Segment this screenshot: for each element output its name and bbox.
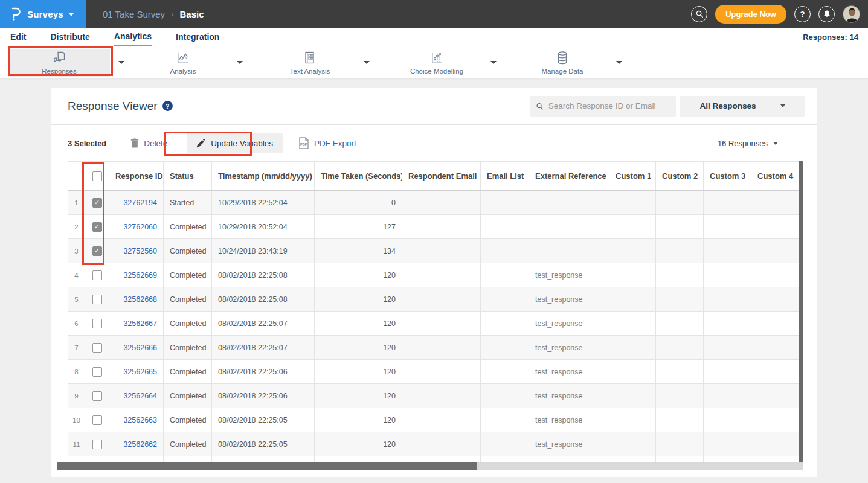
- responses-count-dropdown[interactable]: 16 Responses: [718, 139, 778, 148]
- notifications-bell-icon[interactable]: [818, 6, 835, 22]
- surveys-menu[interactable]: Surveys: [0, 0, 86, 28]
- response-id-link[interactable]: 32762194: [123, 199, 157, 207]
- response-filter-dropdown[interactable]: All Responses: [680, 96, 805, 117]
- row-checkbox[interactable]: [92, 391, 102, 401]
- response-id-cell: 32562665: [109, 360, 164, 384]
- custom-2-cell: [656, 360, 704, 384]
- pdf-export-button[interactable]: PDF PDF Export: [298, 137, 356, 149]
- response-id-link[interactable]: 32562664: [123, 392, 157, 400]
- response-id-link[interactable]: 32562665: [123, 368, 157, 376]
- custom-2-cell: [656, 456, 704, 462]
- horizontal-scrollbar-track[interactable]: [57, 462, 803, 470]
- custom-1-cell: [609, 336, 656, 360]
- row-checkbox[interactable]: [92, 343, 102, 353]
- row-checkbox[interactable]: ✓: [92, 246, 102, 256]
- external-reference-cell: test_response: [529, 336, 609, 360]
- response-id-link[interactable]: 32762060: [123, 223, 157, 231]
- row-number: [68, 456, 85, 462]
- row-checkbox[interactable]: [92, 319, 102, 328]
- toolbar-item-text-analysis[interactable]: Text Analysis: [265, 49, 355, 77]
- timestamp-cell: 08/02/2018 22:25:06: [212, 384, 315, 408]
- response-id-link[interactable]: 32562662: [123, 440, 157, 449]
- row-number: 9: [68, 384, 85, 408]
- column-header-time-taken-seconds-[interactable]: Time Taken (Seconds)▲▼: [315, 162, 402, 191]
- time-taken-cell: 120: [315, 263, 402, 287]
- respondent-email-cell: [402, 384, 481, 408]
- response-id-link[interactable]: 32562666: [123, 344, 157, 352]
- analysis-icon: [175, 50, 191, 66]
- response-id-link[interactable]: 32562669: [123, 271, 157, 280]
- response-id-link[interactable]: 32752560: [123, 247, 157, 255]
- respondent-email-cell: [402, 215, 481, 239]
- row-checkbox[interactable]: [92, 440, 102, 449]
- custom-1-cell: [609, 456, 656, 462]
- row-checkbox[interactable]: ✓: [92, 198, 102, 208]
- column-header-timestamp-mm-dd-yyyy-[interactable]: Timestamp (mm/dd/yyyy)▲▼: [212, 162, 315, 191]
- delete-button[interactable]: Delete: [130, 138, 167, 148]
- row-checkbox[interactable]: [92, 367, 102, 377]
- row-checkbox[interactable]: [92, 295, 102, 304]
- custom-1-cell: [609, 287, 656, 312]
- response-id-cell: [109, 456, 164, 462]
- row-checkbox-cell: [85, 408, 109, 432]
- response-id-link[interactable]: 32562663: [123, 416, 157, 424]
- row-number: 11: [68, 432, 85, 456]
- column-header-label: External Reference: [535, 171, 606, 181]
- select-all-checkbox[interactable]: [92, 171, 102, 181]
- custom-4-cell: [751, 384, 799, 408]
- tab-edit[interactable]: Edit: [10, 29, 27, 45]
- questionpro-logo-icon: [10, 7, 22, 21]
- tab-integration[interactable]: Integration: [175, 29, 220, 45]
- trash-icon: [130, 138, 139, 148]
- toolbar-item-responses[interactable]: Responses: [8, 49, 110, 77]
- table-row: 1132562662Completed08/02/2018 22:25:0512…: [68, 432, 799, 456]
- toolbar-item-manage-data[interactable]: Manage Data: [517, 49, 608, 77]
- breadcrumb-survey-name[interactable]: 01 Take Survey: [103, 9, 165, 19]
- toolbar-item-analysis[interactable]: Analysis: [138, 49, 228, 77]
- manage-data-icon: [555, 50, 570, 66]
- title-help-icon[interactable]: ?: [162, 101, 173, 111]
- respondent-email-cell: [402, 312, 481, 336]
- external-reference-cell: test_response: [529, 312, 609, 336]
- row-checkbox[interactable]: [92, 415, 102, 425]
- search-icon[interactable]: [691, 6, 707, 22]
- user-avatar[interactable]: [843, 5, 860, 23]
- search-input[interactable]: [548, 101, 670, 110]
- row-checkbox[interactable]: ✓: [92, 222, 102, 232]
- custom-2-cell: [656, 215, 704, 239]
- timestamp-cell: [212, 456, 315, 462]
- row-checkbox-cell: ✓: [85, 215, 109, 239]
- help-icon[interactable]: ?: [794, 6, 811, 22]
- update-variables-button[interactable]: Update Variables: [187, 133, 283, 153]
- row-number: 4: [68, 263, 85, 287]
- response-id-link[interactable]: 32562667: [123, 319, 157, 328]
- email-list-cell: [481, 215, 529, 239]
- toolbar-item-choice-modelling[interactable]: Choice Modelling: [391, 49, 482, 77]
- toolbar-item-caret[interactable]: [490, 61, 497, 64]
- horizontal-scrollbar-thumb[interactable]: [57, 462, 477, 470]
- svg-text:PDF: PDF: [300, 142, 307, 146]
- response-id-link[interactable]: 32562668: [123, 295, 157, 304]
- tab-analytics[interactable]: Analytics: [114, 28, 152, 46]
- row-checkbox[interactable]: [92, 270, 102, 280]
- status-cell: Completed: [164, 336, 212, 360]
- search-icon: [536, 102, 544, 110]
- custom-1-cell: [609, 360, 656, 384]
- column-header-row-number: [68, 162, 85, 191]
- response-id-cell: 32562669: [109, 263, 164, 287]
- vertical-scrollbar[interactable]: [799, 161, 803, 462]
- column-header-response-id[interactable]: Response ID▲▼: [109, 162, 164, 191]
- response-search: [530, 96, 676, 117]
- toolbar-item-caret[interactable]: [118, 61, 124, 64]
- toolbar-item-caret[interactable]: [364, 61, 370, 64]
- toolbar-item-caret[interactable]: [237, 61, 243, 64]
- timestamp-cell: 08/02/2018 22:25:06: [212, 360, 315, 384]
- external-reference-cell: test_response: [529, 263, 609, 287]
- toolbar-item-caret[interactable]: [616, 61, 622, 64]
- choice-modelling-icon: [429, 50, 445, 66]
- respondent-email-cell: [402, 456, 481, 462]
- pencil-icon: [196, 139, 205, 148]
- upgrade-now-button[interactable]: Upgrade Now: [715, 5, 786, 24]
- row-number: 8: [68, 360, 85, 384]
- tab-distribute[interactable]: Distribute: [50, 29, 90, 45]
